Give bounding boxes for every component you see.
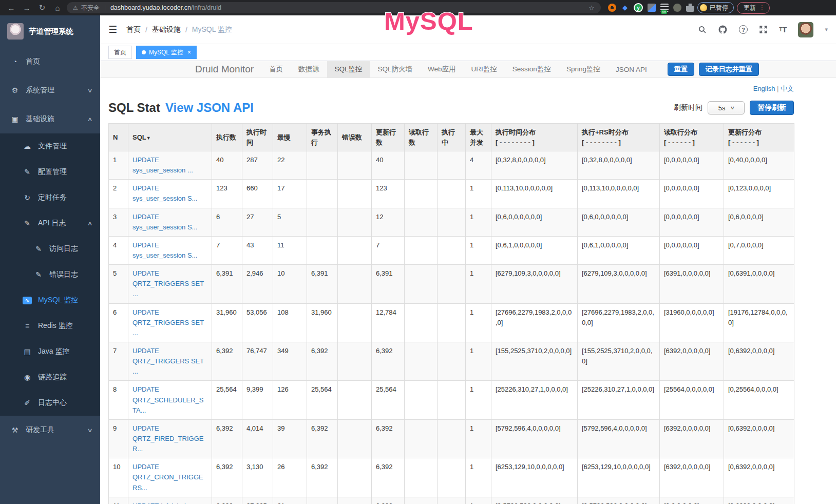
- fullscreen-icon[interactable]: [759, 25, 768, 34]
- extension-squares-icon[interactable]: [648, 4, 656, 12]
- sql-link[interactable]: UPDATE QRTZ_TRIGGERS SET ...: [132, 308, 204, 337]
- druid-brand[interactable]: Druid Monitor: [187, 61, 261, 77]
- extension-list-on-icon[interactable]: [660, 4, 669, 12]
- search-icon[interactable]: [698, 25, 707, 34]
- breadcrumb-item-1[interactable]: 基础设施: [152, 25, 181, 34]
- profile-paused-badge[interactable]: 已暂停: [697, 2, 734, 13]
- data-cell: 17: [273, 180, 307, 208]
- sidebar-item-14[interactable]: ⚒研发工具∨: [0, 416, 100, 444]
- app-logo[interactable]: 芋道管理系统: [0, 15, 100, 47]
- tag-close-icon[interactable]: ×: [187, 49, 191, 56]
- data-cell: [338, 381, 372, 419]
- sql-link[interactable]: UPDATE inf_job_log SET e...: [132, 502, 193, 504]
- col-header-6[interactable]: 错误数: [338, 124, 372, 151]
- sidebar-collapse-icon[interactable]: ☰: [108, 24, 117, 35]
- sql-link[interactable]: UPDATE sys_user_session S...: [132, 213, 197, 231]
- col-header-7[interactable]: 更新行数: [372, 124, 405, 151]
- help-icon[interactable]: ?: [739, 25, 748, 34]
- sidebar-item-9[interactable]: ∿MySQL 监控: [0, 287, 100, 313]
- browser-back-icon[interactable]: ←: [5, 4, 17, 12]
- sidebar-item-12[interactable]: ◉链路追踪: [0, 364, 100, 390]
- col-header-3[interactable]: 执行时间: [242, 124, 273, 151]
- sql-cell: UPDATE QRTZ_TRIGGERS SET ...: [128, 303, 212, 342]
- col-header-1[interactable]: SQL▼: [128, 124, 212, 151]
- github-icon[interactable]: [718, 25, 728, 34]
- breadcrumb-item-0[interactable]: 首页: [126, 25, 141, 34]
- lang-chinese-link[interactable]: 中文: [781, 85, 794, 92]
- sidebar-item-6[interactable]: ✎API 日志∧: [0, 210, 100, 236]
- col-header-9[interactable]: 执行中: [438, 124, 466, 151]
- data-cell: 22: [273, 151, 307, 180]
- col-header-2[interactable]: 执行数: [212, 124, 242, 151]
- druid-navbar: Druid Monitor 首页数据源SQL监控SQL防火墙Web应用URI监控…: [100, 61, 836, 78]
- pause-refresh-button[interactable]: 暂停刷新: [750, 101, 794, 115]
- browser-menu-dots-icon[interactable]: ⋮: [759, 4, 765, 11]
- sidebar-item-11[interactable]: ▤Java 监控: [0, 339, 100, 364]
- data-cell: 4: [466, 151, 491, 180]
- browser-home-icon[interactable]: ⌂: [51, 4, 64, 12]
- table-row-3: 3UPDATE sys_user_session S...6275121[0,6…: [109, 208, 794, 236]
- druid-tab-1[interactable]: 数据源: [291, 61, 327, 77]
- druid-tab-4[interactable]: Web应用: [420, 61, 464, 77]
- col-header-10[interactable]: 最大并发: [466, 124, 491, 151]
- sidebar-item-7[interactable]: ✎访问日志: [0, 236, 100, 262]
- refresh-interval-select[interactable]: 5s ∨: [708, 101, 745, 114]
- breadcrumb-item-2: MySQL 监控: [192, 25, 232, 34]
- sql-link[interactable]: UPDATE QRTZ_CRON_TRIGGERS...: [132, 463, 203, 491]
- address-bar[interactable]: ⚠ 不安全 dashboard.yudao.iocoder.cn/infra/d…: [67, 2, 601, 13]
- data-cell: 6,392: [372, 419, 405, 458]
- security-warning-icon[interactable]: ⚠: [73, 5, 78, 11]
- sidebar-item-1[interactable]: ⚙系统管理∨: [0, 76, 100, 105]
- sql-link[interactable]: UPDATE sys_user_session S...: [132, 241, 197, 259]
- view-json-api-link[interactable]: View JSON API: [165, 101, 254, 115]
- sidebar-item-10[interactable]: ≡Redis 监控: [0, 313, 100, 339]
- bookmark-star-icon[interactable]: ☆: [588, 4, 595, 12]
- col-header-4[interactable]: 最慢: [273, 124, 307, 151]
- data-cell: [0,113,10,0,0,0,0,0]: [578, 180, 660, 208]
- druid-tab-6[interactable]: Session监控: [505, 61, 559, 77]
- sql-cell: UPDATE QRTZ_SCHEDULER_STA...: [128, 381, 212, 419]
- extension-gem-icon[interactable]: ◆: [621, 4, 629, 12]
- sql-link[interactable]: UPDATE QRTZ_TRIGGERS SET ...: [132, 347, 204, 375]
- tag-tab-0[interactable]: 首页: [108, 46, 132, 59]
- extension-ring-icon[interactable]: [608, 4, 616, 12]
- extension-y-icon[interactable]: y: [634, 3, 643, 12]
- extension-blob-icon[interactable]: [673, 4, 681, 12]
- sidebar-item-3[interactable]: ☁文件管理: [0, 133, 100, 159]
- sidebar-item-2[interactable]: ▣基础设施∧: [0, 105, 100, 133]
- col-header-8[interactable]: 读取行数: [405, 124, 438, 151]
- sql-link[interactable]: UPDATE sys_user_session S...: [132, 184, 197, 202]
- data-cell: 9: [109, 419, 128, 458]
- druid-tab-8[interactable]: JSON API: [608, 61, 655, 77]
- sidebar-item-0[interactable]: ◔首页: [0, 47, 100, 76]
- browser-forward-icon[interactable]: →: [21, 4, 33, 12]
- sql-link[interactable]: UPDATE QRTZ_SCHEDULER_STA...: [132, 385, 203, 414]
- sql-cell: UPDATE sys_user_session S...: [128, 180, 212, 208]
- druid-tab-3[interactable]: SQL防火墙: [370, 61, 421, 77]
- sidebar-item-4[interactable]: ✎配置管理: [0, 159, 100, 185]
- druid-tab-0[interactable]: 首页: [261, 61, 291, 77]
- lang-english-link[interactable]: English: [753, 85, 775, 92]
- user-avatar[interactable]: [798, 22, 813, 37]
- sidebar-item-13[interactable]: ✐日志中心: [0, 390, 100, 416]
- sidebar-item-5[interactable]: ↻定时任务: [0, 185, 100, 210]
- browser-update-button[interactable]: 更新 ⋮: [737, 2, 770, 14]
- sidebar-item-8[interactable]: ✎错误日志: [0, 262, 100, 287]
- data-cell: 25,564: [212, 381, 242, 419]
- druid-tab-2[interactable]: SQL监控: [327, 61, 370, 77]
- user-caret-icon[interactable]: ▾: [825, 26, 828, 33]
- druid-tab-5[interactable]: URI监控: [464, 61, 505, 77]
- reset-button[interactable]: 重置: [668, 63, 694, 76]
- browser-reload-icon[interactable]: ↻: [36, 3, 48, 12]
- sql-link[interactable]: UPDATE sys_user_session ...: [132, 156, 193, 174]
- data-cell: 53,056: [242, 303, 273, 342]
- sql-link[interactable]: UPDATE QRTZ_TRIGGERS SET ...: [132, 269, 204, 298]
- sql-link[interactable]: UPDATE QRTZ_FIRED_TRIGGER...: [132, 424, 203, 453]
- extensions-puzzle-icon[interactable]: [686, 4, 694, 12]
- druid-tab-7[interactable]: Spring监控: [559, 61, 608, 77]
- tag-tab-1[interactable]: MySQL 监控×: [136, 46, 197, 59]
- tags-bar: 首页MySQL 监控×: [100, 44, 836, 61]
- col-header-5[interactable]: 事务执行: [307, 124, 338, 151]
- font-size-icon[interactable]: TT: [779, 25, 787, 34]
- log-and-reset-button[interactable]: 记录日志并重置: [699, 63, 759, 76]
